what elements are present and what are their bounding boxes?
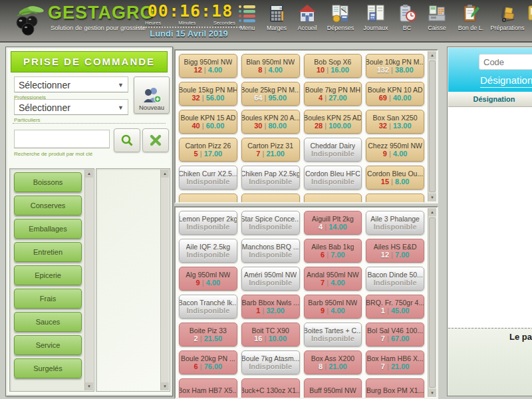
- category-button[interactable]: Service: [14, 335, 82, 355]
- product-button[interactable]: Boite Piz 33 2 | 21.50: [179, 323, 237, 346]
- product-button[interactable]: Box San X250 32 | 13.00: [366, 110, 424, 134]
- scroll-thumb[interactable]: [429, 61, 436, 192]
- product-button[interactable]: Bob Sop X6 10 | 16.00: [304, 54, 362, 78]
- category-button[interactable]: Epicerie: [14, 265, 82, 285]
- product-button[interactable]: Boule KPN 10 AD 69 | 40.00: [366, 82, 424, 106]
- scroll-down-arrow[interactable]: ▼: [85, 382, 93, 390]
- category-button[interactable]: Emballages: [14, 219, 82, 239]
- product-button[interactable]: Barb Bbox Nwls ... 1 | 32.00: [241, 295, 300, 319]
- minutes-label: Minutes: [178, 20, 196, 26]
- product-button[interactable]: Aile 3 Phalange Indisponible: [366, 211, 424, 235]
- stock-price-separator: |: [200, 122, 206, 130]
- toolbar-depenses-button[interactable]: Dépenses: [323, 3, 358, 40]
- product-button[interactable]: Barb 950ml NW 9 | 4.00: [304, 295, 362, 319]
- product-price: 21.00: [266, 150, 285, 158]
- product-button[interactable]: Boule KPN 15 AD 40 | 60.00: [179, 110, 237, 134]
- product-button[interactable]: Bacon Tranché Ik... Indisponible: [179, 295, 237, 319]
- product-button[interactable]: Bigg 950ml NW 12 | 4.00: [179, 54, 237, 78]
- scroll-up-arrow[interactable]: ▲: [428, 51, 436, 59]
- toolbar-caisse-button[interactable]: Caisse: [422, 3, 452, 40]
- product-button[interactable]: Box Ham HB7 X5...: [179, 378, 237, 399]
- product-unavailable-label: Indisponible: [311, 334, 354, 342]
- scroll-thumb[interactable]: [429, 217, 436, 388]
- product-button[interactable]: Chiken Curr X2.5... Indisponible: [179, 166, 237, 190]
- product-button[interactable]: Alg 950ml NW 9 | 4.00: [179, 267, 237, 291]
- toolbar-bc-button[interactable]: BC: [394, 3, 420, 40]
- scroll-up-arrow[interactable]: ▲: [428, 208, 436, 216]
- category-button[interactable]: Entretien: [14, 242, 82, 262]
- toolbar-journaux-button[interactable]: Journaux: [359, 3, 392, 40]
- product-button[interactable]: Boule 15kg PN MH 32 | 56.00: [179, 82, 237, 106]
- product-button[interactable]: Chezz 950ml NW 9 | 4.00: [366, 138, 424, 162]
- clear-search-button[interactable]: [142, 128, 169, 152]
- scroll-down-arrow[interactable]: ▼: [161, 382, 169, 390]
- toolbar-label: BC: [403, 25, 412, 31]
- product-button[interactable]: Améri 950ml NW Indisponible: [241, 267, 300, 291]
- product-button[interactable]: Boit TC X90 16 | 10.00: [241, 323, 300, 346]
- product-button[interactable]: Boule 20kg PN ... 6 | 76.00: [179, 350, 237, 374]
- product-button[interactable]: Bacon Dinde 50... Indisponible: [366, 267, 424, 291]
- category-button[interactable]: Sauces: [14, 312, 82, 332]
- selection-scrollbar[interactable]: ▲ ▼: [160, 170, 169, 390]
- product-button[interactable]: [179, 194, 237, 203]
- toolbar-label: Caisse: [428, 25, 446, 31]
- category-button[interactable]: Boissons: [14, 172, 82, 192]
- product-button[interactable]: Boule 7kg PN MH 4 | 27.00: [304, 82, 362, 106]
- product-button[interactable]: Ailes Bab 1kg 6 | 7.00: [304, 239, 362, 263]
- scroll-up-arrow[interactable]: ▲: [85, 170, 93, 178]
- product-button[interactable]: Star Spice Conce... Indisponible: [241, 211, 300, 235]
- product-button[interactable]: Boites Tartes + C... Indisponible: [304, 323, 362, 346]
- product-button[interactable]: Box Ass X200 8 | 21.00: [304, 350, 362, 374]
- toolbar-preparations-button[interactable]: Préparations: [489, 3, 525, 40]
- search-button[interactable]: [114, 128, 140, 152]
- product-button[interactable]: Cordon Bleu Ou... 15 | 8.00: [366, 166, 424, 190]
- product-button[interactable]: Aile IQF 2.5kg Indisponible: [179, 239, 237, 263]
- product-button[interactable]: Cheddar Dairy Indisponible: [304, 138, 362, 162]
- toolbar-menu-button[interactable]: Menu: [234, 3, 261, 40]
- product-button[interactable]: Manchons BRQ ... Indisponible: [241, 239, 300, 263]
- product-button[interactable]: Bol Sal V46 100... 7 | 67.00: [366, 323, 424, 346]
- product-button[interactable]: Cordon Bleu HFC Indisponible: [304, 166, 362, 190]
- product-button[interactable]: Boules KPN 25 AD 28 | 100.00: [304, 110, 362, 134]
- journals-icon: [366, 4, 385, 23]
- product-button[interactable]: Boule 10kg PN M... 132 | 38.00: [366, 54, 424, 78]
- product-button[interactable]: Boules KPN 20 A... 30 | 80.00: [241, 110, 300, 134]
- scroll-up-arrow[interactable]: ▲: [161, 170, 169, 178]
- toolbar-marges-button[interactable]: 11 Marges: [262, 3, 291, 40]
- product-name: Box San X250: [373, 114, 418, 122]
- category-scrollbar[interactable]: ▲ ▼: [84, 170, 93, 390]
- scroll-down-arrow[interactable]: ▼: [428, 194, 436, 201]
- bottom-grid-scrollbar[interactable]: ▲ ▼: [428, 208, 436, 397]
- top-grid-scrollbar[interactable]: ▲ ▼: [428, 51, 436, 201]
- product-button[interactable]: Buck+C 130oz X1...: [241, 378, 300, 399]
- product-button[interactable]: Blan 950ml NW 8 | 4.00: [241, 54, 300, 78]
- product-button[interactable]: Carton Pizz 26 5 | 17.00: [179, 138, 237, 162]
- product-button[interactable]: Andal 950ml NW 7 | 4.00: [304, 267, 362, 291]
- product-button[interactable]: Lemon Pepper 2kg Indisponible: [179, 211, 237, 235]
- individual-select[interactable]: Sélectionner ▼: [14, 99, 128, 115]
- category-button[interactable]: Frais: [14, 289, 82, 309]
- new-customer-button[interactable]: Nouveau: [134, 76, 170, 114]
- product-search-input[interactable]: [14, 130, 110, 148]
- toolbar-bon-de-l-button[interactable]: Bon de L.: [454, 3, 488, 40]
- product-button[interactable]: Burg Box PM X1...: [366, 378, 424, 399]
- product-button[interactable]: [304, 194, 362, 203]
- product-button[interactable]: Buff 950ml NW: [304, 378, 362, 399]
- product-button[interactable]: Boule 7kg Atasm... Indisponible: [241, 350, 300, 374]
- product-button[interactable]: Ailes HS E&D 12 | 7.00: [366, 239, 424, 263]
- product-button[interactable]: Aiguill Plt 2kg 4 | 14.00: [304, 211, 362, 235]
- scroll-down-arrow[interactable]: ▼: [428, 389, 436, 397]
- code-input[interactable]: [479, 54, 532, 70]
- toolbar-accueil-button[interactable]: Accueil: [293, 3, 322, 40]
- category-button[interactable]: Surgelés: [14, 358, 82, 378]
- product-button[interactable]: Boule 25kg PN M... 64 | 95.00: [241, 82, 300, 106]
- product-button[interactable]: Box Ham HB6 X... 7 | 21.00: [366, 350, 424, 374]
- product-button[interactable]: BRQ. Fr. 750gr 4... 1 | 45.00: [366, 295, 424, 319]
- product-button[interactable]: [366, 194, 424, 203]
- professional-select[interactable]: Sélectionner ▼: [14, 76, 128, 92]
- product-button[interactable]: [241, 194, 300, 203]
- product-button[interactable]: Carton Pizz 31 7 | 21.00: [241, 138, 300, 162]
- toolbar-partial-button[interactable]: F: [527, 3, 532, 40]
- product-button[interactable]: Chiken Pap X2.5kg Indisponible: [241, 166, 300, 190]
- category-button[interactable]: Conserves: [14, 196, 82, 215]
